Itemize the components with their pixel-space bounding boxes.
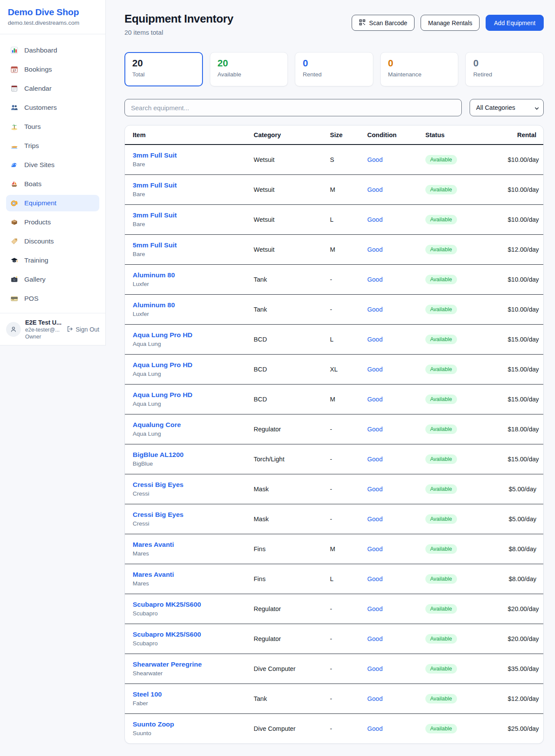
item-category: Tank [254,264,330,294]
col-rental: Rental [508,125,543,145]
sign-out-button[interactable]: Sign Out [66,325,99,334]
item-condition-link[interactable]: Good [367,186,382,193]
item-condition-link[interactable]: Good [367,246,382,253]
sidebar-item-tours[interactable]: Tours [6,118,99,135]
table-row: Aluminum 80LuxferTank-GoodAvailable$10.0… [125,264,543,294]
item-condition-link[interactable]: Good [367,156,382,163]
item-name-link[interactable]: Scubapro MK25/S600 [133,601,201,608]
item-condition-link[interactable]: Good [367,336,382,343]
main-content: Equipment Inventory 20 items total [124,0,544,744]
item-condition-link[interactable]: Good [367,635,382,642]
item-name-link[interactable]: Mares Avanti [133,541,174,549]
stat-card-retired[interactable]: 0Retired [465,52,544,86]
item-category: BCD [254,384,330,414]
table-row: 3mm Full SuitBareWetsuitMGoodAvailable$1… [125,174,543,204]
item-condition-link[interactable]: Good [367,216,382,223]
item-name-link[interactable]: Shearwater Peregrine [133,661,202,668]
item-condition-link[interactable]: Good [367,695,382,702]
item-condition-link[interactable]: Good [367,276,382,283]
item-brand: Scubapro [133,610,254,617]
products-icon [10,218,18,226]
item-name-link[interactable]: Scubapro MK25/S600 [133,631,201,638]
item-name-link[interactable]: BigBlue AL1200 [133,451,183,459]
item-condition-link[interactable]: Good [367,605,382,612]
item-brand: Shearwater [133,670,254,677]
manage-rentals-button[interactable]: Manage Rentals [421,15,480,31]
item-brand: Luxfer [133,281,254,287]
item-size: L [330,324,367,354]
sidebar-item-label: Products [24,218,51,226]
sidebar-item-discounts[interactable]: Discounts [6,233,99,250]
brand-name: Demo Dive Shop [8,7,98,17]
scan-barcode-button[interactable]: Scan Barcode [352,15,415,31]
search-input[interactable] [124,99,462,116]
table-row: Steel 100FaberTank-GoodAvailable$12.00/d… [125,684,543,713]
item-name-link[interactable]: Suunto Zoop [133,720,174,728]
item-condition-link[interactable]: Good [367,426,382,433]
item-brand: Bare [133,191,254,197]
item-condition-link[interactable]: Good [367,486,382,493]
sidebar-item-equipment[interactable]: Equipment [6,195,99,211]
sidebar-item-label: Training [24,256,48,264]
item-condition-link[interactable]: Good [367,366,382,373]
category-select[interactable]: All Categories [470,99,544,116]
item-name-link[interactable]: 3mm Full Suit [133,151,177,159]
table-row: 3mm Full SuitBareWetsuitLGoodAvailable$1… [125,204,543,234]
item-category: Mask [254,504,330,534]
item-rental-rate: $20.00/day [508,594,543,624]
sidebar-item-customers[interactable]: Customers [6,99,99,116]
sidebar-item-dashboard[interactable]: Dashboard [6,42,99,59]
item-category: Dive Computer [254,654,330,684]
item-size: - [330,504,367,534]
stat-card-rented[interactable]: 0Rented [295,52,373,86]
item-name-link[interactable]: Cressi Big Eyes [133,481,183,489]
table-row: 3mm Full SuitBareWetsuitSGoodAvailable$1… [125,145,543,174]
item-condition-link[interactable]: Good [367,456,382,463]
add-equipment-button[interactable]: Add Equipment [486,15,544,31]
stat-card-maintenance[interactable]: 0Maintenance [380,52,459,86]
item-condition-link[interactable]: Good [367,546,382,552]
item-name-link[interactable]: 3mm Full Suit [133,181,177,189]
status-badge: Available [425,185,457,194]
item-condition-link[interactable]: Good [367,306,382,313]
sidebar-item-gallery[interactable]: Gallery [6,271,99,288]
stat-card-available[interactable]: 20Available [210,52,288,86]
item-name-link[interactable]: Aqua Lung Pro HD [133,391,193,399]
item-name-link[interactable]: Steel 100 [133,690,162,698]
item-category: Regulator [254,624,330,654]
item-name-link[interactable]: 5mm Full Suit [133,241,177,249]
status-badge: Available [425,424,457,434]
item-condition-link[interactable]: Good [367,665,382,672]
person-icon [10,326,17,333]
add-equipment-label: Add Equipment [494,20,535,26]
table-row: Suunto ZoopSuuntoDive Computer-GoodAvail… [125,713,543,743]
item-name-link[interactable]: Aluminum 80 [133,301,175,309]
item-name-link[interactable]: Mares Avanti [133,571,174,579]
sidebar-item-calendar[interactable]: Calendar [6,80,99,97]
item-name-link[interactable]: Cressi Big Eyes [133,511,183,519]
status-badge: Available [425,215,457,224]
sidebar-item-training[interactable]: Training [6,252,99,269]
item-name-link[interactable]: Aqua Lung Pro HD [133,331,193,339]
item-condition-link[interactable]: Good [367,516,382,523]
sign-out-label: Sign Out [76,326,99,333]
sidebar-item-products[interactable]: Products [6,214,99,230]
item-condition-link[interactable]: Good [367,725,382,732]
item-name-link[interactable]: Aluminum 80 [133,271,175,279]
item-name-link[interactable]: 3mm Full Suit [133,211,177,219]
sidebar-item-trips[interactable]: Trips [6,138,99,154]
stat-card-total[interactable]: 20Total [124,52,203,86]
table-row: Scubapro MK25/S600ScubaproRegulator-Good… [125,594,543,624]
item-name-link[interactable]: Aqualung Core [133,421,181,429]
item-condition-link[interactable]: Good [367,575,382,582]
sidebar-item-pos[interactable]: POS [6,290,99,307]
sign-out-icon [66,325,73,334]
sidebar-item-bookings[interactable]: 17Bookings [6,61,99,78]
item-size: - [330,684,367,713]
item-size: M [330,174,367,204]
sidebar-item-boats[interactable]: Boats [6,176,99,192]
table-row: Aqualung CoreAqua LungRegulator-GoodAvai… [125,414,543,444]
item-name-link[interactable]: Aqua Lung Pro HD [133,361,193,369]
sidebar-item-dive-sites[interactable]: Dive Sites [6,157,99,173]
item-condition-link[interactable]: Good [367,396,382,403]
